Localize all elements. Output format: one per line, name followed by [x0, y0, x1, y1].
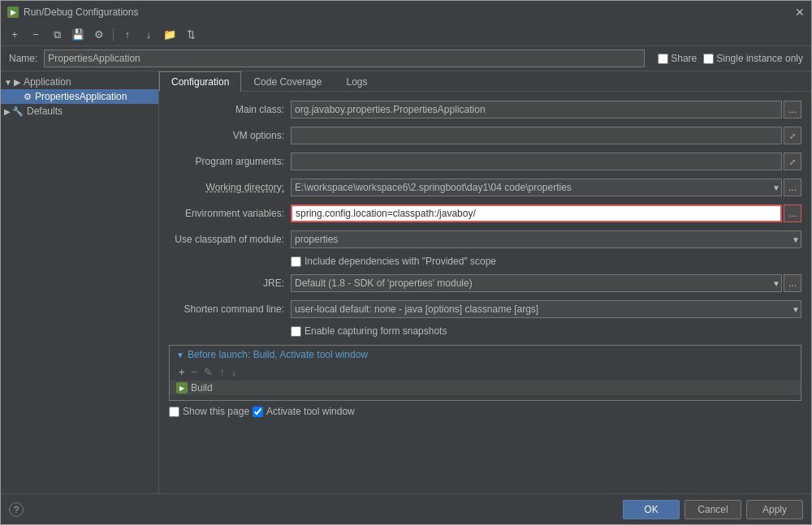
jre-select[interactable]: Default (1.8 - SDK of 'properties' modul… [291, 274, 782, 292]
show-page-row: Show this page Activate tool window [169, 401, 801, 422]
jre-row: JRE: Default (1.8 - SDK of 'properties' … [169, 273, 801, 293]
vm-options-label: VM options: [169, 130, 291, 141]
sidebar-application-label: Application [24, 76, 71, 88]
before-launch-down-button[interactable]: ↓ [229, 365, 240, 379]
save-config-button[interactable]: 💾 [69, 26, 87, 44]
program-args-field: ⤢ [291, 153, 801, 170]
sidebar-item-application[interactable]: ▼ ▶ Application [1, 75, 158, 89]
bottom-bar: ? OK Cancel Apply [1, 493, 811, 524]
shorten-cmd-row: Shorten command line: user-local default… [169, 299, 801, 319]
before-launch-up-button[interactable]: ↑ [217, 365, 227, 379]
main-class-input[interactable] [291, 101, 782, 118]
tabs-bar: Configuration Code Coverage Logs [159, 71, 811, 92]
config-body: Main class: ... VM options: ⤢ [159, 92, 811, 493]
close-button[interactable]: ✕ [795, 6, 805, 19]
activate-window-label: Activate tool window [266, 406, 355, 417]
main-class-row: Main class: ... [169, 100, 801, 119]
share-label[interactable]: Share [658, 53, 697, 64]
before-launch-header: ▼ Before launch: Build, Activate tool wi… [170, 346, 801, 364]
jre-label: JRE: [169, 278, 291, 289]
toolbar: + − ⧉ 💾 ⚙ ↑ ↓ 📁 ⇅ [1, 24, 811, 46]
single-instance-checkbox[interactable] [703, 54, 714, 64]
sidebar: ▼ ▶ Application ⚙ PropertiesApplication … [1, 71, 159, 493]
before-launch-title: Before launch: Build, Activate tool wind… [188, 349, 368, 360]
build-item-label: Build [191, 382, 213, 394]
cancel-button[interactable]: Cancel [685, 500, 741, 519]
share-checkbox[interactable] [658, 54, 668, 64]
run-debug-configurations-window: ▶ Run/Debug Configurations ✕ + − ⧉ 💾 ⚙ ↑… [0, 0, 812, 525]
include-deps-checkbox[interactable] [291, 256, 301, 267]
sidebar-item-properties-app[interactable]: ⚙ PropertiesApplication [1, 89, 158, 104]
help-button[interactable]: ? [9, 502, 24, 517]
env-vars-label: Environment variables: [169, 208, 291, 219]
build-icon: ▶ [176, 382, 188, 394]
main-class-field: ... [291, 101, 801, 118]
window-title: Run/Debug Configurations [24, 6, 138, 18]
working-dir-browse-button[interactable]: ... [784, 179, 801, 196]
name-row: Name: Share Single instance only [1, 46, 811, 71]
before-launch-section: ▼ Before launch: Build, Activate tool wi… [169, 345, 801, 401]
sidebar-item-defaults[interactable]: ▶ 🔧 Defaults [1, 104, 158, 118]
jre-field: Default (1.8 - SDK of 'properties' modul… [291, 274, 801, 292]
copy-config-button[interactable]: ⧉ [48, 26, 66, 44]
single-instance-label[interactable]: Single instance only [703, 53, 803, 64]
enable-snapshots-row: Enable capturing form snapshots [291, 325, 801, 337]
expand-arrow-icon: ▼ [4, 78, 12, 87]
enable-snapshots-checkbox[interactable] [291, 326, 301, 337]
use-classpath-select[interactable]: properties [291, 230, 801, 248]
application-icon: ▶ [14, 77, 20, 88]
defaults-arrow-icon: ▶ [4, 107, 11, 116]
settings-config-button[interactable]: ⚙ [90, 26, 108, 44]
bottom-right: OK Cancel Apply [623, 500, 803, 519]
jre-browse-button[interactable]: ... [784, 274, 801, 292]
window-icon: ▶ [7, 6, 19, 18]
tab-logs[interactable]: Logs [334, 71, 379, 92]
program-args-row: Program arguments: ⤢ [169, 152, 801, 171]
enable-snapshots-label: Enable capturing form snapshots [304, 325, 447, 337]
program-args-label: Program arguments: [169, 156, 291, 167]
env-vars-input[interactable] [291, 204, 782, 222]
add-config-button[interactable]: + [6, 26, 24, 44]
ok-button[interactable]: OK [623, 500, 680, 519]
use-classpath-label: Use classpath of module: [169, 234, 291, 245]
working-dir-input[interactable] [291, 179, 782, 196]
vm-options-row: VM options: ⤢ [169, 126, 801, 145]
show-page-label: Show this page [183, 406, 249, 417]
use-classpath-field: properties ▼ [291, 230, 801, 248]
move-down-button[interactable]: ↓ [140, 26, 158, 44]
right-panel: Configuration Code Coverage Logs Main cl… [159, 71, 811, 493]
sidebar-properties-label: PropertiesApplication [35, 91, 127, 102]
name-label: Name: [9, 53, 37, 64]
working-dir-field: ▼ ... [291, 179, 801, 196]
before-launch-add-button[interactable]: + [176, 365, 188, 379]
show-page-checkbox[interactable] [169, 407, 179, 417]
env-vars-browse-button[interactable]: ... [784, 204, 801, 222]
use-classpath-row: Use classpath of module: properties ▼ [169, 230, 801, 249]
include-deps-row: Include dependencies with "Provided" sco… [291, 256, 801, 267]
program-args-input[interactable] [291, 153, 782, 170]
main-class-browse-button[interactable]: ... [784, 101, 801, 118]
program-args-expand-button[interactable]: ⤢ [784, 153, 801, 170]
vm-options-expand-button[interactable]: ⤢ [784, 127, 801, 144]
before-launch-edit-button[interactable]: ✎ [201, 365, 215, 379]
name-input[interactable] [44, 49, 645, 67]
include-deps-label: Include dependencies with "Provided" sco… [304, 256, 496, 267]
vm-options-input[interactable] [291, 127, 782, 144]
sidebar-defaults-label: Defaults [27, 105, 63, 117]
move-to-folder-button[interactable]: 📁 [161, 26, 179, 44]
shorten-cmd-select[interactable]: user-local default: none - java [options… [291, 300, 801, 318]
before-launch-arrow-icon[interactable]: ▼ [176, 351, 184, 359]
shorten-cmd-field: user-local default: none - java [options… [291, 300, 801, 318]
before-launch-build-item[interactable]: ▶ Build [170, 381, 801, 395]
sort-button[interactable]: ⇅ [182, 26, 200, 44]
toolbar-separator-1 [113, 28, 114, 41]
tab-configuration[interactable]: Configuration [159, 71, 241, 92]
tab-code-coverage[interactable]: Code Coverage [241, 71, 334, 92]
remove-config-button[interactable]: − [27, 26, 45, 44]
bottom-left: ? [9, 502, 24, 517]
apply-button[interactable]: Apply [746, 500, 803, 519]
before-launch-remove-button[interactable]: − [189, 365, 201, 379]
working-dir-row: Working directory: ▼ ... [169, 178, 801, 197]
move-up-button[interactable]: ↑ [119, 26, 136, 44]
activate-window-checkbox[interactable] [253, 407, 263, 417]
